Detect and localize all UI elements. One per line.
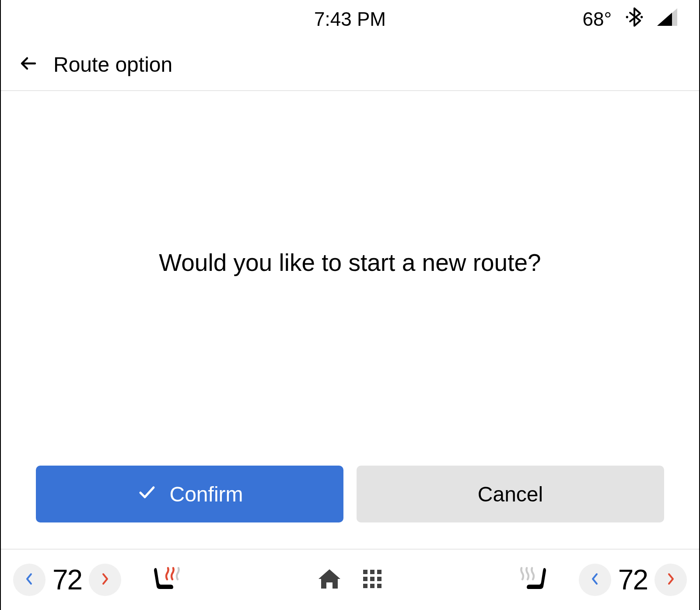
check-icon <box>136 481 157 507</box>
right-temp-value: 72 <box>618 564 648 596</box>
chevron-left-icon <box>25 572 34 587</box>
main-content: Would you like to start a new route? Con… <box>1 91 699 549</box>
svg-rect-9 <box>370 584 374 588</box>
button-row: Confirm Cancel <box>1 466 699 549</box>
cancel-button-label: Cancel <box>478 482 543 506</box>
svg-rect-6 <box>370 577 374 581</box>
right-heated-seat-button[interactable] <box>513 564 553 595</box>
svg-rect-5 <box>363 577 368 581</box>
page-title: Route option <box>53 53 172 77</box>
left-temp-value: 72 <box>52 564 82 596</box>
confirm-button-label: Confirm <box>169 482 243 506</box>
climate-bar: 72 <box>1 549 699 610</box>
right-temp-down-button[interactable] <box>579 564 611 596</box>
back-arrow-icon[interactable] <box>18 53 39 76</box>
status-temperature: 68° <box>582 8 612 30</box>
heated-seat-right-icon <box>515 564 550 595</box>
status-right-group: 68° <box>582 7 677 32</box>
left-temp-up-button[interactable] <box>89 564 121 596</box>
svg-point-0 <box>626 16 628 18</box>
svg-point-1 <box>640 16 643 18</box>
confirm-button[interactable]: Confirm <box>36 466 343 522</box>
svg-rect-7 <box>377 577 382 581</box>
svg-rect-2 <box>363 570 368 574</box>
home-button[interactable] <box>317 568 342 592</box>
status-bar: 7:43 PM 68° <box>1 0 699 39</box>
apps-grid-icon <box>361 568 383 590</box>
chevron-right-icon <box>101 572 109 587</box>
status-time: 7:43 PM <box>314 8 386 30</box>
svg-rect-4 <box>377 570 382 574</box>
chevron-left-icon <box>591 572 599 587</box>
prompt-text: Would you like to start a new route? <box>1 249 699 277</box>
right-temp-up-button[interactable] <box>654 564 687 596</box>
left-temp-down-button[interactable] <box>13 564 46 596</box>
signal-icon <box>657 8 677 30</box>
svg-rect-10 <box>377 584 382 588</box>
heated-seat-left-icon <box>150 564 185 595</box>
chevron-right-icon <box>666 572 675 587</box>
left-heated-seat-button[interactable] <box>147 564 187 595</box>
home-icon <box>317 568 342 590</box>
left-climate-group: 72 <box>13 564 187 596</box>
center-nav-group <box>317 568 383 592</box>
svg-rect-3 <box>370 570 374 574</box>
right-climate-group: 72 <box>513 564 687 596</box>
svg-rect-8 <box>363 584 368 588</box>
cancel-button[interactable]: Cancel <box>357 466 664 522</box>
title-bar: Route option <box>1 39 699 91</box>
apps-button[interactable] <box>361 568 383 592</box>
bluetooth-icon <box>626 7 643 32</box>
